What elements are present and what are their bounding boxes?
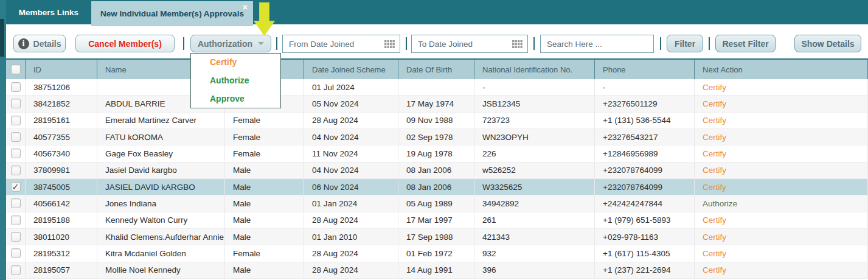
reset-filter-label: Reset Filter <box>722 39 768 49</box>
row-checkbox[interactable] <box>11 132 21 142</box>
cell-phone: +1 (237) 221-2694 <box>595 262 695 278</box>
toolbar-separator <box>709 37 710 50</box>
row-checkbox[interactable] <box>11 149 21 158</box>
cell-name: Khalid Clemens.Aufderhar Annie <box>97 229 225 245</box>
cell-name: Emerald Martinez Carver <box>97 113 225 128</box>
row-checkbox[interactable] <box>11 82 21 92</box>
col-header-date-joined[interactable]: Date Joined Scheme <box>304 60 398 79</box>
row-checkbox[interactable] <box>11 116 21 125</box>
col-header-dob[interactable]: Date Of Birth <box>398 60 474 79</box>
toolbar: i Details Cancel Member(s) Authorization <box>6 24 868 58</box>
row-checkbox[interactable]: ✓ <box>11 182 21 192</box>
cell-national-id: W3325625 <box>474 179 595 195</box>
table-row[interactable]: 38011020Khalid Clemens.Aufderhar AnnieMa… <box>6 229 868 245</box>
row-checkbox[interactable] <box>11 166 21 175</box>
cell-date-joined: 05 Nov 2024 <box>304 96 398 111</box>
cell-id: 38011020 <box>26 229 97 245</box>
cell-gender: Male <box>225 262 304 278</box>
cell-national-id: WN23OPYH <box>474 129 595 145</box>
cell-dob: 08 Jan 2006 <box>398 179 474 195</box>
cell-select <box>6 129 26 145</box>
reset-filter-button[interactable]: Reset Filter <box>715 35 776 52</box>
row-checkbox[interactable] <box>11 99 21 108</box>
tab-bar: Members Links New Individual Member(s) A… <box>0 0 868 24</box>
show-details-button[interactable]: Show Details <box>794 35 861 52</box>
cell-gender: Male <box>225 229 304 245</box>
cell-gender: Male <box>225 179 304 195</box>
row-checkbox[interactable] <box>11 265 21 275</box>
from-date-joined-input[interactable] <box>283 35 384 52</box>
authorization-button[interactable]: Authorization <box>190 35 271 52</box>
cell-next-action: Certify <box>695 79 868 95</box>
search-input[interactable] <box>541 35 653 52</box>
cell-phone: +232078764099 <box>595 163 695 178</box>
tab-approvals-label: New Individual Member(s) Approvals <box>100 9 244 18</box>
dropdown-item-certify[interactable]: Certify <box>191 54 280 72</box>
tab-new-individual-approvals[interactable]: New Individual Member(s) Approvals × <box>91 1 253 26</box>
table-row[interactable]: 28195161Emerald Martinez CarverFemale28 … <box>6 113 868 129</box>
calendar-icon[interactable] <box>384 40 395 48</box>
cell-name: Kennedy Walton Curry <box>97 212 225 228</box>
col-header-id[interactable]: ID <box>26 60 97 79</box>
cell-national-id: 226 <box>474 145 595 161</box>
table-row[interactable]: 28195188Kennedy Walton CurryMale28 Aug 2… <box>6 212 868 229</box>
cell-next-action: Certify <box>695 113 868 128</box>
table-row[interactable]: 37809981Jasiel David kargboMale04 Nov 20… <box>6 163 868 179</box>
cell-next-action: Certify <box>695 96 868 111</box>
cell-date-joined: 28 Aug 2024 <box>304 245 398 261</box>
tab-members-links[interactable]: Members Links <box>6 0 91 24</box>
details-button[interactable]: i Details <box>13 35 66 52</box>
col-header-national-id[interactable]: National Identification No. <box>474 60 595 79</box>
cell-id: 38745005 <box>26 179 97 195</box>
cell-next-action: Certify <box>695 245 868 261</box>
left-edge-scrollbar[interactable] <box>0 19 4 57</box>
search-field <box>540 35 654 53</box>
table-row[interactable]: 38421852ABDUL BARRIE05 Nov 202417 May 19… <box>6 96 868 112</box>
table-row[interactable]: 40566142Jones IndianaMale01 Jan 202405 A… <box>6 195 868 212</box>
col-header-phone[interactable]: Phone <box>595 60 695 79</box>
cell-select <box>6 113 26 128</box>
col-header-next-action[interactable]: Next Action <box>695 60 868 79</box>
cell-gender: Female <box>225 129 304 145</box>
cell-select <box>6 96 26 111</box>
table-row[interactable]: 40567340Gage Fox BeasleyFemale11 Nov 202… <box>6 145 868 162</box>
cell-select <box>6 262 26 278</box>
cell-dob: 01 Feb 1972 <box>398 245 474 261</box>
cell-date-joined: 04 Nov 2024 <box>304 129 398 145</box>
select-all-checkbox[interactable] <box>11 65 21 74</box>
cell-id: 28195161 <box>26 113 97 128</box>
cell-phone: +23276501129 <box>595 96 695 111</box>
cell-dob: 09 Nov 1988 <box>398 113 474 128</box>
cancel-members-button[interactable]: Cancel Member(s) <box>75 35 175 52</box>
dropdown-item-authorize[interactable]: Authorize <box>191 72 280 90</box>
cell-phone: +12846956989 <box>595 145 695 161</box>
chevron-down-icon <box>258 42 264 45</box>
cell-id: 28195057 <box>26 262 97 278</box>
row-checkbox[interactable] <box>11 248 21 258</box>
table-row[interactable]: 28195057Mollie Noel KennedyMale28 Aug 20… <box>6 262 868 279</box>
cell-phone: +029-978-1163 <box>595 229 695 245</box>
cell-date-joined: 11 Nov 2024 <box>304 145 398 161</box>
row-checkbox[interactable] <box>11 198 21 208</box>
cell-name: JASIEL DAVID kARGBO <box>97 179 225 195</box>
filter-button[interactable]: Filter <box>667 35 703 52</box>
cell-national-id: - <box>474 79 595 95</box>
cell-select: ✓ <box>6 179 26 195</box>
authorization-label: Authorization <box>198 39 252 49</box>
cell-phone: - <box>595 79 695 95</box>
cell-national-id: 34942892 <box>474 195 595 211</box>
dropdown-item-approve[interactable]: Approve <box>191 90 280 108</box>
calendar-icon[interactable] <box>512 40 523 48</box>
cell-id: 28195188 <box>26 212 97 228</box>
row-checkbox[interactable] <box>11 215 21 225</box>
row-checkbox[interactable] <box>11 232 21 242</box>
table-row[interactable]: 3875120601 Jul 2024--Certify <box>6 79 868 96</box>
close-icon[interactable]: × <box>243 3 248 12</box>
table-row[interactable]: 40577355FATU kOROMAFemale04 Nov 202402 S… <box>6 129 868 145</box>
to-date-joined-input[interactable] <box>412 35 512 52</box>
table-row[interactable]: 28195312Kitra Mcdaniel GoldenFemale28 Au… <box>6 245 868 262</box>
cell-next-action: Certify <box>695 262 868 278</box>
toolbar-separator <box>183 37 184 50</box>
table-row[interactable]: ✓38745005JASIEL DAVID kARGBOMale06 Nov 2… <box>6 179 868 195</box>
cell-phone: +1 (979) 651-5893 <box>595 212 695 228</box>
